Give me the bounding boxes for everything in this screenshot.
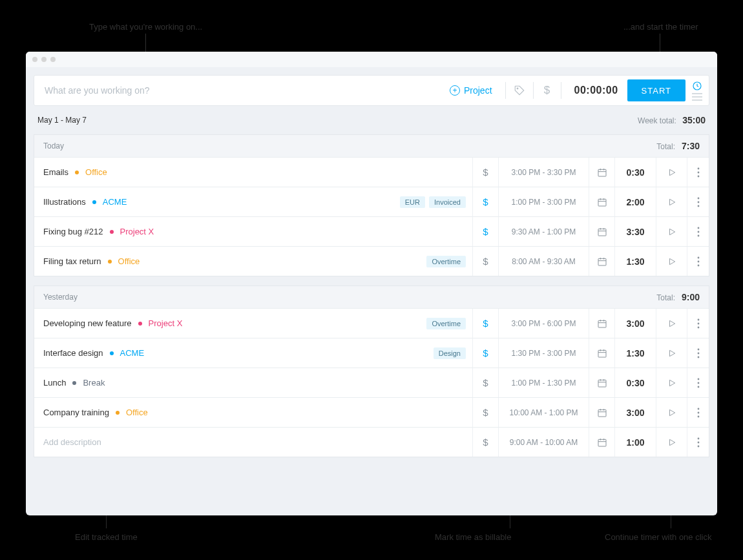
calendar-icon[interactable]: [589, 247, 614, 276]
annotation-start-timer: ...and start the timer: [623, 22, 698, 32]
calendar-icon[interactable]: [589, 217, 614, 246]
calendar-icon[interactable]: [589, 158, 614, 187]
project-button[interactable]: + Project: [441, 85, 501, 96]
calendar-icon[interactable]: [589, 398, 614, 427]
svg-rect-53: [598, 380, 606, 387]
continue-button[interactable]: [656, 338, 687, 368]
time-entry[interactable]: Add description$9:00 AM - 10:00 AM1:00: [34, 427, 709, 457]
calendar-icon[interactable]: [589, 368, 614, 397]
svg-point-34: [697, 256, 699, 258]
billable-icon[interactable]: $: [538, 84, 557, 97]
continue-button[interactable]: [656, 217, 687, 246]
time-range[interactable]: 3:00 PM - 6:00 PM: [498, 309, 589, 338]
time-entry[interactable]: Developing new featureProject XOvertime$…: [34, 308, 709, 338]
svg-rect-5: [598, 169, 606, 176]
entry-menu-icon[interactable]: [687, 187, 709, 216]
time-entry[interactable]: Fixing bug #212Project X$9:30 AM - 1:00 …: [34, 216, 709, 246]
time-range[interactable]: 9:00 AM - 10:00 AM: [498, 428, 589, 457]
billable-toggle[interactable]: $: [472, 158, 498, 187]
time-entry[interactable]: Interface designACMEDesign$1:30 PM - 3:0…: [34, 338, 709, 368]
entry-description-area[interactable]: LunchBreak: [34, 368, 472, 397]
entry-tags: Overtime: [426, 309, 472, 338]
time-range[interactable]: 8:00 AM - 9:30 AM: [498, 247, 589, 276]
svg-rect-45: [598, 350, 606, 357]
window-control-dot[interactable]: [50, 57, 56, 62]
tag-pill[interactable]: Invoiced: [429, 196, 466, 208]
billable-toggle[interactable]: $: [472, 247, 498, 276]
calendar-icon[interactable]: [589, 187, 614, 216]
time-range[interactable]: 1:30 PM - 3:00 PM: [498, 338, 589, 368]
entry-menu-icon[interactable]: [687, 247, 709, 276]
time-entry[interactable]: Company trainingOffice$10:00 AM - 1:00 P…: [34, 397, 709, 427]
duration[interactable]: 1:00: [614, 428, 656, 457]
entry-menu-icon[interactable]: [687, 368, 709, 397]
entry-menu-icon[interactable]: [687, 428, 709, 457]
calendar-icon[interactable]: [589, 428, 614, 457]
calendar-icon[interactable]: [589, 309, 614, 338]
continue-button[interactable]: [656, 158, 687, 187]
entry-description: Fixing bug #212: [43, 227, 103, 236]
time-range[interactable]: 1:00 PM - 1:30 PM: [498, 368, 589, 397]
billable-toggle[interactable]: $: [472, 217, 498, 246]
entry-description-area[interactable]: Company trainingOffice: [34, 398, 472, 427]
svg-point-76: [697, 445, 699, 447]
billable-toggle[interactable]: $: [472, 368, 498, 397]
entry-description-area[interactable]: EmailsOffice: [34, 158, 472, 187]
entry-menu-icon[interactable]: [687, 338, 709, 368]
entry-menu-icon[interactable]: [687, 309, 709, 338]
tag-icon[interactable]: [510, 85, 529, 96]
annotation-mark-billable: Mark time as billable: [435, 532, 512, 542]
time-entry[interactable]: Filing tax returnOfficeOvertime$8:00 AM …: [34, 246, 709, 276]
working-on-input[interactable]: [34, 85, 441, 96]
tag-pill[interactable]: EUR: [400, 196, 425, 208]
annotation-continue-timer: Continue timer with one click: [605, 532, 711, 542]
continue-button[interactable]: [656, 247, 687, 276]
duration[interactable]: 3:00: [614, 309, 656, 338]
duration[interactable]: 3:30: [614, 217, 656, 246]
tag-pill[interactable]: Overtime: [426, 318, 466, 329]
billable-toggle[interactable]: $: [472, 187, 498, 216]
duration[interactable]: 1:30: [614, 338, 656, 368]
entry-description-area[interactable]: Developing new featureProject X: [34, 309, 426, 338]
continue-button[interactable]: [656, 368, 687, 397]
calendar-icon[interactable]: [589, 338, 614, 368]
billable-toggle[interactable]: $: [472, 398, 498, 427]
time-range[interactable]: 10:00 AM - 1:00 PM: [498, 398, 589, 427]
window-control-dot[interactable]: [41, 57, 47, 62]
time-range[interactable]: 1:00 PM - 3:00 PM: [498, 187, 589, 216]
entry-tags: Overtime: [426, 247, 472, 276]
tag-pill[interactable]: Overtime: [426, 256, 466, 267]
time-range[interactable]: 9:30 AM - 1:00 PM: [498, 217, 589, 246]
time-range[interactable]: 3:00 PM - 3:30 PM: [498, 158, 589, 187]
entry-menu-icon[interactable]: [687, 217, 709, 246]
window-control-dot[interactable]: [32, 57, 37, 62]
svg-point-20: [697, 205, 699, 207]
entry-description-area[interactable]: Add description: [34, 428, 472, 457]
start-button[interactable]: START: [627, 79, 685, 101]
entry-menu-icon[interactable]: [687, 158, 709, 187]
entry-description-area[interactable]: Interface designACME: [34, 338, 434, 368]
tag-pill[interactable]: Design: [434, 347, 466, 359]
billable-toggle[interactable]: $: [472, 309, 498, 338]
billable-toggle[interactable]: $: [472, 338, 498, 368]
continue-button[interactable]: [656, 309, 687, 338]
duration[interactable]: 0:30: [614, 368, 656, 397]
entry-description-area[interactable]: Filing tax returnOffice: [34, 247, 426, 276]
mode-toggle[interactable]: [685, 81, 704, 101]
entry-menu-icon[interactable]: [687, 398, 709, 427]
time-entry[interactable]: EmailsOffice$3:00 PM - 3:30 PM0:30: [34, 157, 709, 187]
billable-toggle[interactable]: $: [472, 428, 498, 457]
svg-rect-69: [598, 439, 606, 446]
duration[interactable]: 1:30: [614, 247, 656, 276]
continue-button[interactable]: [656, 398, 687, 427]
duration[interactable]: 0:30: [614, 158, 656, 187]
entry-description-area[interactable]: Fixing bug #212Project X: [34, 217, 472, 246]
duration[interactable]: 3:00: [614, 398, 656, 427]
continue-button[interactable]: [656, 428, 687, 457]
duration[interactable]: 2:00: [614, 187, 656, 216]
entry-description-area[interactable]: IllustrationsACME: [34, 187, 400, 216]
time-entry[interactable]: LunchBreak$1:00 PM - 1:30 PM0:30: [34, 368, 709, 397]
svg-marker-25: [669, 229, 675, 234]
time-entry[interactable]: IllustrationsACMEEURInvoiced$1:00 PM - 3…: [34, 187, 709, 216]
continue-button[interactable]: [656, 187, 687, 216]
